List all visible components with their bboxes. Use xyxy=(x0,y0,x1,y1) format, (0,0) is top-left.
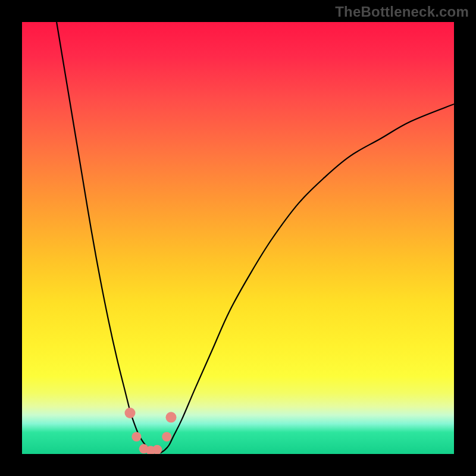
data-marker xyxy=(131,432,141,441)
right-curve xyxy=(160,104,454,453)
marker-group xyxy=(125,408,177,454)
data-marker xyxy=(166,412,177,422)
data-marker xyxy=(152,445,162,454)
plot-area xyxy=(22,22,454,454)
chart-svg xyxy=(22,22,454,454)
watermark-text: TheBottleneck.com xyxy=(335,4,469,20)
left-curve xyxy=(57,22,156,453)
data-marker xyxy=(162,432,171,441)
data-marker xyxy=(125,408,136,418)
chart-frame: TheBottleneck.com xyxy=(0,0,476,476)
